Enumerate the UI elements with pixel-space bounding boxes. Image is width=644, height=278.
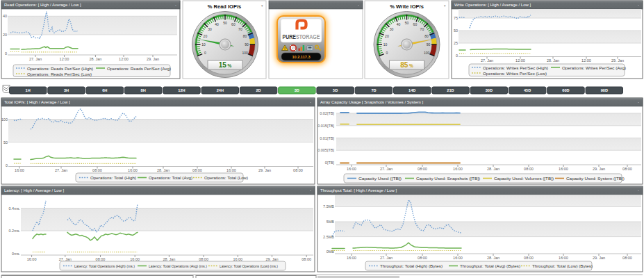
svg-text:16:00: 16:00 bbox=[27, 257, 37, 261]
svg-text:50: 50 bbox=[405, 21, 409, 25]
svg-text:20: 20 bbox=[385, 34, 389, 38]
svg-text:Array Capacity Usage [ Snapsho: Array Capacity Usage [ Snapshots / Volum… bbox=[320, 100, 423, 104]
svg-text:Operations: Total (Low): Operations: Total (Low) bbox=[204, 176, 248, 180]
svg-text:-: - bbox=[638, 100, 639, 104]
svg-text:21D: 21D bbox=[447, 88, 454, 92]
svg-text:90: 90 bbox=[245, 42, 249, 47]
svg-text:29. Jan: 29. Jan bbox=[258, 168, 271, 172]
svg-text:0.4ms.: 0.4ms. bbox=[8, 206, 20, 211]
svg-text:16:00: 16:00 bbox=[226, 168, 236, 172]
svg-text:27. Jan: 27. Jan bbox=[55, 168, 67, 172]
svg-text:08:00: 08:00 bbox=[302, 257, 311, 261]
svg-text:16:00: 16:00 bbox=[233, 257, 242, 261]
svg-text:Operations: Writes Per/Sec (Hi: Operations: Writes Per/Sec (High) bbox=[483, 66, 548, 70]
svg-text:0.01[TB]: 0.01[TB] bbox=[320, 136, 334, 140]
svg-text:Capacity Used: Snapshots ([TB]: Capacity Used: Snapshots ([TB]) bbox=[416, 177, 480, 181]
svg-text:Capacity Used: Volumes ([TB]): Capacity Used: Volumes ([TB]) bbox=[494, 177, 554, 181]
svg-text:08:00: 08:00 bbox=[199, 257, 208, 261]
svg-text:-: - bbox=[310, 100, 311, 104]
svg-text:08:00: 08:00 bbox=[418, 256, 427, 260]
svg-text:08:00: 08:00 bbox=[293, 168, 303, 172]
svg-text:Operations: Total (Avg): Operations: Total (Avg) bbox=[149, 176, 192, 180]
svg-text:08:00: 08:00 bbox=[92, 168, 102, 172]
svg-text:0: 0 bbox=[5, 51, 7, 56]
svg-text:100: 100 bbox=[242, 51, 248, 55]
svg-text:Throughput Total: [ High / Ave: Throughput Total: [ High / Average / Low… bbox=[320, 188, 397, 193]
svg-text:12H: 12H bbox=[178, 88, 185, 92]
svg-text:08:00: 08:00 bbox=[192, 168, 202, 172]
svg-text:0.02[TB]: 0.02[TB] bbox=[320, 111, 334, 115]
svg-text:29. Jan: 29. Jan bbox=[265, 257, 278, 261]
svg-text:70: 70 bbox=[420, 27, 424, 31]
svg-text:16:00: 16:00 bbox=[559, 256, 568, 260]
svg-text:-: - bbox=[175, 3, 176, 7]
svg-text:Throughput: Total (Avg) (Bytes: Throughput: Total (Avg) (Bytes) bbox=[460, 264, 520, 268]
svg-text:Throughput: Total (Low) (Bytes: Throughput: Total (Low) (Bytes) bbox=[532, 264, 593, 268]
svg-text:29. Jan: 29. Jan bbox=[147, 57, 159, 61]
svg-text:3H: 3H bbox=[64, 88, 69, 92]
svg-text:-: - bbox=[638, 188, 639, 193]
svg-text:25: 25 bbox=[454, 41, 458, 45]
svg-text:27. Jan: 27. Jan bbox=[380, 167, 393, 171]
svg-text:29. Jan: 29. Jan bbox=[611, 58, 624, 63]
svg-text:40: 40 bbox=[3, 14, 7, 18]
svg-text:Latency: Total Operations (Avg: Latency: Total Operations (Avg) (ms.) bbox=[149, 264, 207, 268]
svg-text:12:00: 12:00 bbox=[60, 57, 69, 61]
svg-text:0.005[TB]: 0.005[TB] bbox=[317, 148, 334, 152]
svg-text:0: 0 bbox=[6, 163, 8, 167]
svg-text:50: 50 bbox=[454, 28, 458, 33]
svg-text:14D: 14D bbox=[408, 88, 415, 92]
svg-text:8H: 8H bbox=[141, 88, 146, 92]
svg-text:0: 0 bbox=[204, 51, 206, 55]
svg-text:6H: 6H bbox=[102, 88, 107, 92]
svg-text:5MB: 5MB bbox=[327, 220, 335, 224]
svg-text:90: 90 bbox=[427, 42, 431, 47]
svg-text:1H: 1H bbox=[26, 88, 31, 92]
svg-text:7D: 7D bbox=[371, 88, 376, 92]
svg-text:16:00: 16:00 bbox=[453, 167, 463, 171]
svg-text:Operations: Writes Per/Sec (Av: Operations: Writes Per/Sec (Avg) bbox=[562, 66, 626, 70]
svg-text:08:00: 08:00 bbox=[622, 256, 632, 260]
svg-text:28. Jan: 28. Jan bbox=[89, 57, 101, 61]
svg-text:29. Jan: 29. Jan bbox=[593, 256, 605, 260]
svg-text:08:00: 08:00 bbox=[622, 167, 632, 171]
svg-text:0.015[TB]: 0.015[TB] bbox=[317, 124, 334, 128]
svg-text:Throughput: Total (High) (Byte: Throughput: Total (High) (Bytes) bbox=[380, 264, 443, 268]
svg-text:2D: 2D bbox=[256, 88, 261, 92]
svg-text:27. Jan: 27. Jan bbox=[380, 256, 393, 260]
svg-text:16:00: 16:00 bbox=[559, 167, 568, 171]
svg-text:60: 60 bbox=[231, 22, 236, 26]
svg-text:12:00: 12:00 bbox=[119, 57, 129, 61]
svg-text:16:00: 16:00 bbox=[130, 257, 140, 261]
svg-text:PURESTORAGE: PURESTORAGE bbox=[283, 34, 320, 40]
svg-text:28. Jan: 28. Jan bbox=[157, 168, 170, 172]
svg-text:30D: 30D bbox=[486, 88, 493, 92]
svg-text:27. Jan: 27. Jan bbox=[481, 58, 493, 63]
svg-text:Latency: [ High / Average / Lo: Latency: [ High / Average / Low ] bbox=[4, 188, 65, 193]
svg-text:Capacity Used ([TB]): Capacity Used ([TB]) bbox=[358, 177, 402, 181]
svg-text:Operations: Reads Per/Sec (Hig: Operations: Reads Per/Sec (High) bbox=[27, 67, 93, 71]
svg-text:27. Jan: 27. Jan bbox=[29, 57, 42, 61]
svg-text:16:00: 16:00 bbox=[128, 168, 138, 172]
svg-text:30: 30 bbox=[390, 27, 394, 31]
svg-text:40: 40 bbox=[215, 22, 219, 26]
svg-text:10: 10 bbox=[201, 42, 206, 47]
svg-text:70: 70 bbox=[238, 27, 242, 31]
svg-text:28. Jan: 28. Jan bbox=[487, 167, 499, 171]
svg-text:-: - bbox=[310, 188, 311, 193]
svg-text:28. Jan: 28. Jan bbox=[163, 257, 175, 261]
svg-text:20: 20 bbox=[3, 33, 7, 37]
svg-text:Operations: Reads Per/Sec (Low: Operations: Reads Per/Sec (Low) bbox=[27, 72, 92, 76]
svg-text:Operations: Reads Per/Sec (Avg: Operations: Reads Per/Sec (Avg) bbox=[107, 67, 171, 71]
svg-text:29. Jan: 29. Jan bbox=[593, 167, 605, 171]
svg-text:% Read IOP/s: % Read IOP/s bbox=[208, 3, 241, 10]
svg-text:75: 75 bbox=[454, 16, 458, 20]
svg-text:100: 100 bbox=[1, 117, 8, 122]
svg-text:60: 60 bbox=[413, 22, 418, 26]
svg-text:20: 20 bbox=[204, 34, 208, 38]
svg-text:50: 50 bbox=[223, 21, 227, 25]
svg-text:08:00: 08:00 bbox=[524, 256, 534, 260]
svg-text:08:00: 08:00 bbox=[524, 167, 534, 171]
svg-text:12:00: 12:00 bbox=[581, 58, 591, 63]
svg-text:5D: 5D bbox=[333, 88, 338, 92]
